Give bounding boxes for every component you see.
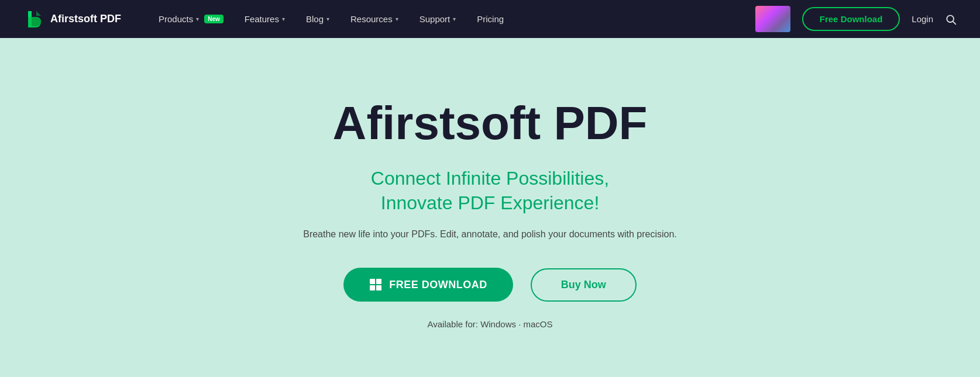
chevron-down-icon-resources: ▾ [396,16,398,22]
svg-line-1 [953,22,955,24]
available-text: Available for: Windows · macOS [428,319,553,329]
nav-item-features[interactable]: Features ▾ [236,9,293,29]
chevron-down-icon-features: ▾ [282,16,285,22]
nav-item-blog[interactable]: Blog ▾ [298,9,338,29]
navbar: Afirstsoft PDF Products ▾ New Features ▾… [0,0,980,38]
hero-title: Afirstsoft PDF [333,98,648,149]
hero-subtitle: Connect Infinite Possibilities, Innovate… [371,167,609,215]
svg-rect-5 [376,285,381,290]
hero-section: Afirstsoft PDF Connect Infinite Possibil… [0,38,980,377]
logo-text: Afirstsoft PDF [50,13,121,25]
free-download-hero-button[interactable]: FREE DOWNLOAD [343,268,513,302]
windows-icon [369,278,382,291]
login-button[interactable]: Login [912,14,933,24]
nav-item-pricing[interactable]: Pricing [469,9,512,29]
promo-image [755,6,790,32]
nav-label-resources: Resources [350,14,393,24]
svg-rect-2 [370,279,375,284]
available-platforms: Windows · macOS [480,319,552,329]
logo-icon [23,9,44,30]
nav-label-pricing: Pricing [477,14,504,24]
free-download-hero-label: FREE DOWNLOAD [389,279,487,291]
nav-label-features: Features [245,14,279,24]
nav-right: Free Download Login [755,6,957,32]
hero-buttons: FREE DOWNLOAD Buy Now [343,268,637,302]
svg-point-0 [947,15,954,22]
chevron-down-icon: ▾ [196,16,199,22]
nav-label-products: Products [159,14,193,24]
promo-visual [755,6,790,32]
chevron-down-icon-blog: ▾ [326,16,329,22]
hero-subtitle-line2: Innovate PDF Experience! [371,191,609,216]
buy-now-button[interactable]: Buy Now [531,268,637,302]
svg-rect-3 [376,279,381,284]
nav-item-products[interactable]: Products ▾ New [150,9,232,29]
nav-item-support[interactable]: Support ▾ [411,9,465,29]
search-button[interactable] [945,13,957,25]
nav-links: Products ▾ New Features ▾ Blog ▾ Resourc… [150,9,755,29]
chevron-down-icon-support: ▾ [453,16,456,22]
nav-label-blog: Blog [306,14,324,24]
hero-subtitle-line1: Connect Infinite Possibilities, [371,167,609,191]
nav-item-resources[interactable]: Resources ▾ [342,9,407,29]
new-badge: New [204,15,223,23]
available-label: Available for: [428,319,478,329]
search-icon [945,13,957,25]
svg-rect-4 [370,285,375,290]
free-download-nav-button[interactable]: Free Download [802,7,900,31]
logo-link[interactable]: Afirstsoft PDF [23,9,121,30]
hero-description: Breathe new life into your PDFs. Edit, a… [303,229,677,240]
nav-label-support: Support [419,14,451,24]
